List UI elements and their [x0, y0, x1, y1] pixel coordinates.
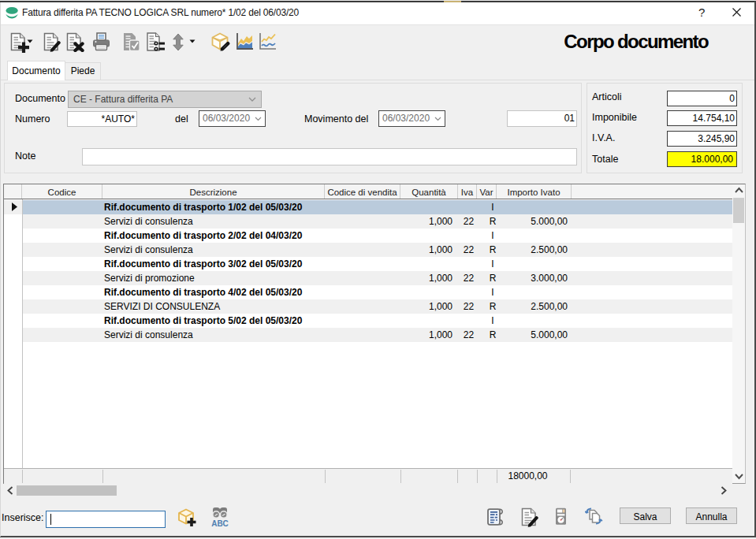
- svg-text:ABC: ABC: [211, 519, 229, 528]
